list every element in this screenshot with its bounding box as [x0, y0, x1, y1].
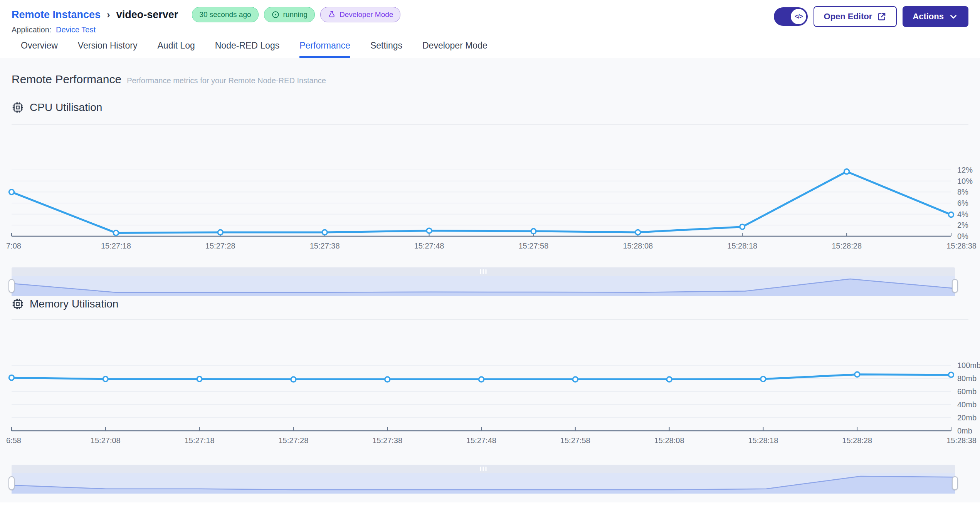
svg-text:6%: 6%: [957, 199, 968, 207]
flask-icon: [328, 10, 336, 19]
svg-text:10%: 10%: [957, 177, 973, 185]
svg-text:4%: 4%: [957, 210, 968, 218]
brush-handle-right[interactable]: [952, 476, 958, 490]
header: Remote Instances › video-server 30 secon…: [0, 0, 980, 34]
svg-text:15:27:18: 15:27:18: [185, 436, 215, 445]
brush-handle-left[interactable]: [8, 279, 15, 293]
breadcrumb: Remote Instances › video-server 30 secon…: [12, 5, 400, 24]
status-badge-label: Developer Mode: [340, 10, 393, 19]
svg-text:15:28:18: 15:28:18: [727, 242, 757, 250]
memory-section-heading: Memory Utilisation: [12, 298, 118, 310]
application-line: Application: Device Test: [12, 25, 400, 34]
svg-text:15:27:38: 15:27:38: [372, 436, 402, 445]
header-actions: </> Open Editor Actions: [774, 6, 968, 27]
svg-text:15:27:48: 15:27:48: [414, 242, 444, 250]
svg-text:15:28:38: 15:28:38: [946, 242, 977, 250]
memory-section-title: Memory Utilisation: [30, 298, 118, 310]
cpu-utilisation-chart: 0%2%4%6%8%10%12%7:0815:27:1815:27:2815:2…: [0, 139, 980, 251]
svg-text:80mb: 80mb: [957, 374, 977, 383]
svg-text:0mb: 0mb: [957, 427, 972, 435]
svg-text:60mb: 60mb: [957, 387, 977, 396]
header-left: Remote Instances › video-server 30 secon…: [12, 5, 400, 34]
drag-handle-icon: [480, 467, 487, 471]
status-badge-30-seconds-ago: 30 seconds ago: [192, 7, 258, 22]
page: Remote Instances › video-server 30 secon…: [0, 0, 980, 514]
tab-audit-log[interactable]: Audit Log: [158, 34, 195, 58]
cpu-chip-icon: [12, 101, 24, 114]
svg-text:15:27:28: 15:27:28: [205, 242, 235, 250]
cpu-section-title: CPU Utilisation: [30, 101, 102, 114]
page-heading: Remote Performance Performance metrics f…: [12, 73, 326, 86]
drag-handle-icon: [480, 269, 487, 274]
svg-text:8%: 8%: [957, 188, 968, 196]
cpu-chart-brush[interactable]: [12, 267, 955, 296]
memory-utilisation-chart: 0mb20mb40mb60mb80mb100mb6:5815:27:0815:2…: [0, 332, 980, 447]
tab-developer-mode[interactable]: Developer Mode: [422, 34, 487, 58]
svg-text:15:28:08: 15:28:08: [654, 436, 684, 445]
application-link[interactable]: Device Test: [56, 25, 96, 34]
svg-text:15:27:08: 15:27:08: [91, 436, 121, 445]
svg-text:15:27:38: 15:27:38: [310, 242, 340, 250]
actions-button[interactable]: Actions: [903, 6, 968, 27]
divider: [12, 98, 968, 98]
cpu-section-heading: CPU Utilisation: [12, 101, 102, 114]
svg-text:15:28:38: 15:28:38: [946, 436, 977, 445]
svg-text:15:27:48: 15:27:48: [466, 436, 496, 445]
svg-text:15:27:58: 15:27:58: [519, 242, 549, 250]
divider: [12, 124, 968, 125]
svg-text:15:28:28: 15:28:28: [842, 436, 872, 445]
tab-settings[interactable]: Settings: [370, 34, 402, 58]
svg-text:6:58: 6:58: [6, 436, 21, 445]
open-editor-button[interactable]: Open Editor: [814, 6, 897, 27]
svg-text:15:28:08: 15:28:08: [623, 242, 653, 250]
svg-text:2%: 2%: [957, 221, 968, 229]
breadcrumb-current: video-server: [116, 9, 178, 21]
tab-node-red-logs[interactable]: Node-RED Logs: [215, 34, 279, 58]
brush-drag-track[interactable]: [12, 465, 955, 473]
play-circle-icon: [271, 10, 280, 19]
svg-text:7:08: 7:08: [6, 242, 21, 250]
divider: [12, 319, 968, 320]
memory-chart-brush[interactable]: [12, 465, 955, 494]
actions-label: Actions: [913, 12, 944, 22]
svg-text:15:27:58: 15:27:58: [560, 436, 590, 445]
svg-text:40mb: 40mb: [957, 400, 977, 409]
tab-performance[interactable]: Performance: [299, 34, 350, 58]
svg-text:0%: 0%: [957, 232, 968, 240]
svg-text:20mb: 20mb: [957, 413, 977, 422]
status-badges: 30 seconds agorunningDeveloper Mode: [192, 7, 400, 22]
svg-text:100mb: 100mb: [957, 361, 980, 370]
svg-text:15:27:28: 15:27:28: [278, 436, 308, 445]
svg-text:15:27:18: 15:27:18: [101, 242, 131, 250]
developer-mode-toggle[interactable]: </>: [774, 7, 808, 26]
tab-version-history[interactable]: Version History: [78, 34, 138, 58]
code-icon: </>: [791, 9, 806, 24]
brush-handle-left[interactable]: [8, 476, 15, 490]
status-badge-label: running: [283, 10, 308, 19]
brush-drag-track[interactable]: [12, 267, 955, 276]
brush-handle-right[interactable]: [952, 279, 958, 293]
brush-minimap[interactable]: [12, 473, 955, 494]
brush-minimap[interactable]: [12, 276, 955, 296]
status-badge-label: 30 seconds ago: [199, 10, 251, 19]
breadcrumb-separator: ›: [107, 9, 110, 21]
page-title: Remote Performance: [12, 73, 121, 86]
chevron-down-icon: [948, 12, 958, 22]
tab-bar: OverviewVersion HistoryAudit LogNode-RED…: [0, 34, 980, 58]
status-badge-developer-mode: Developer Mode: [320, 7, 400, 22]
svg-text:15:28:18: 15:28:18: [748, 436, 778, 445]
performance-panel: Remote Performance Performance metrics f…: [0, 58, 980, 502]
breadcrumb-root-link[interactable]: Remote Instances: [12, 9, 101, 21]
external-link-icon: [877, 12, 887, 22]
status-badge-running: running: [264, 7, 315, 22]
cpu-chip-icon: [12, 298, 24, 310]
page-subtitle: Performance metrics for your Remote Node…: [127, 76, 326, 85]
svg-text:12%: 12%: [957, 166, 973, 174]
svg-text:15:28:28: 15:28:28: [832, 242, 862, 250]
application-label: Application:: [12, 25, 51, 34]
tab-overview[interactable]: Overview: [21, 34, 58, 58]
open-editor-label: Open Editor: [824, 12, 872, 22]
